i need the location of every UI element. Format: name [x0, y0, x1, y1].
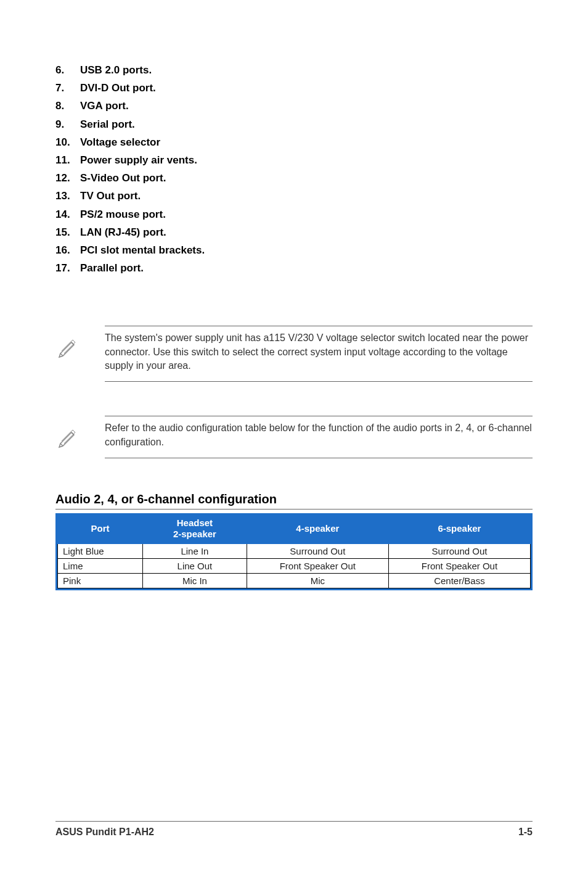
- port-item: 9.Serial port.: [55, 116, 533, 133]
- port-number: 6.: [55, 62, 80, 78]
- note-text: The system's power supply unit has a115 …: [105, 326, 533, 382]
- cell-headset: Line Out: [143, 559, 247, 574]
- table-row: Lime Line Out Front Speaker Out Front Sp…: [58, 559, 531, 574]
- table-row: Pink Mic In Mic Center/Bass: [58, 574, 531, 588]
- note-audio: Refer to the audio configuration table b…: [55, 416, 533, 458]
- pencil-icon: [55, 335, 80, 360]
- port-item: 8.VGA port.: [55, 97, 533, 114]
- pencil-icon: [55, 425, 80, 450]
- port-list: 6.USB 2.0 ports. 7.DVI-D Out port. 8.VGA…: [55, 62, 533, 276]
- audio-config-table: Port Headset2-speaker 4-speaker 6-speake…: [57, 513, 531, 588]
- th-headset: Headset2-speaker: [143, 514, 247, 544]
- port-label: Power supply air vents.: [80, 152, 197, 168]
- port-item: 15.LAN (RJ-45) port.: [55, 224, 533, 241]
- port-number: 7.: [55, 80, 80, 96]
- th-four: 4-speaker: [247, 514, 388, 544]
- cell-six: Front Speaker Out: [388, 559, 530, 574]
- port-number: 11.: [55, 152, 80, 168]
- port-item: 10.Voltage selector: [55, 134, 533, 151]
- port-item: 12.S-Video Out port.: [55, 170, 533, 186]
- th-headset-text: Headset2-speaker: [173, 518, 216, 539]
- note-text: Refer to the audio configuration table b…: [105, 416, 533, 458]
- port-number: 12.: [55, 170, 80, 186]
- cell-headset: Line In: [143, 544, 247, 559]
- cell-port: Light Blue: [58, 544, 143, 559]
- cell-port: Pink: [58, 574, 143, 588]
- port-label: Parallel port.: [80, 260, 144, 276]
- th-six: 6-speaker: [388, 514, 530, 544]
- port-number: 15.: [55, 224, 80, 241]
- port-label: PCI slot mental brackets.: [80, 242, 205, 258]
- port-number: 14.: [55, 206, 80, 223]
- audio-section-title: Audio 2, 4, or 6-channel configuration: [55, 492, 533, 510]
- port-item: 7.DVI-D Out port.: [55, 80, 533, 96]
- port-number: 9.: [55, 116, 80, 133]
- footer-page-number: 1-5: [518, 827, 533, 838]
- audio-table-wrapper: Port Headset2-speaker 4-speaker 6-speake…: [55, 513, 533, 590]
- port-item: 6.USB 2.0 ports.: [55, 62, 533, 78]
- port-label: Voltage selector: [80, 134, 160, 151]
- cell-six: Surround Out: [388, 544, 530, 559]
- port-number: 8.: [55, 97, 80, 114]
- port-item: 11.Power supply air vents.: [55, 152, 533, 168]
- cell-headset: Mic In: [143, 574, 247, 588]
- table-row: Light Blue Line In Surround Out Surround…: [58, 544, 531, 559]
- port-item: 17.Parallel port.: [55, 260, 533, 276]
- note-voltage: The system's power supply unit has a115 …: [55, 326, 533, 382]
- footer-product: ASUS Pundit P1-AH2: [55, 827, 154, 838]
- port-number: 16.: [55, 242, 80, 258]
- port-number: 10.: [55, 134, 80, 151]
- cell-six: Center/Bass: [388, 574, 530, 588]
- port-label: TV Out port.: [80, 188, 141, 204]
- port-label: S-Video Out port.: [80, 170, 166, 186]
- cell-four: Surround Out: [247, 544, 388, 559]
- port-number: 13.: [55, 188, 80, 204]
- port-label: LAN (RJ-45) port.: [80, 224, 166, 241]
- port-label: USB 2.0 ports.: [80, 62, 152, 78]
- cell-port: Lime: [58, 559, 143, 574]
- cell-four: Mic: [247, 574, 388, 588]
- port-number: 17.: [55, 260, 80, 276]
- port-item: 16.PCI slot mental brackets.: [55, 242, 533, 258]
- port-item: 13.TV Out port.: [55, 188, 533, 204]
- port-label: DVI-D Out port.: [80, 80, 156, 96]
- port-item: 14.PS/2 mouse port.: [55, 206, 533, 223]
- port-label: PS/2 mouse port.: [80, 206, 166, 223]
- th-port: Port: [58, 514, 143, 544]
- port-label: Serial port.: [80, 116, 135, 133]
- cell-four: Front Speaker Out: [247, 559, 388, 574]
- page-footer: ASUS Pundit P1-AH2 1-5: [55, 821, 533, 838]
- port-label: VGA port.: [80, 97, 129, 114]
